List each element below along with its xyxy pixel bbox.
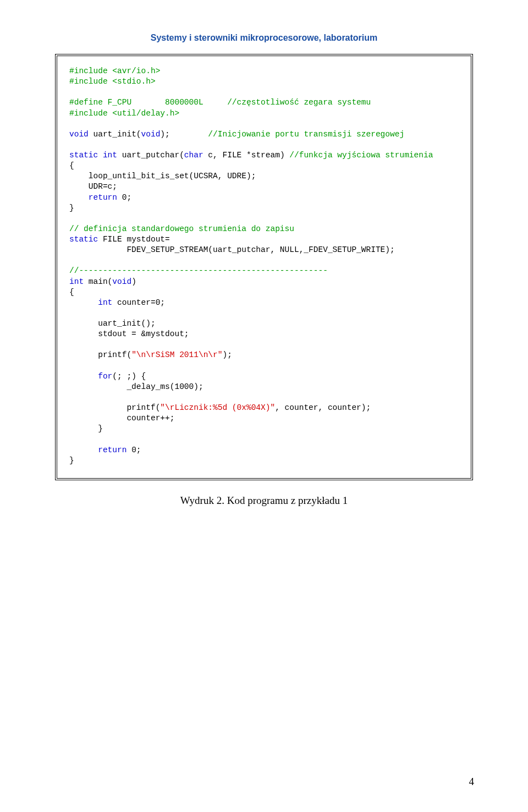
code-listing: #include <avr/io.h> #include <stdio.h> #… bbox=[55, 54, 473, 480]
code-line: } bbox=[69, 204, 74, 212]
code-keyword: return bbox=[98, 446, 127, 454]
code-fragment: FILE mystdout= bbox=[98, 235, 170, 244]
code-keyword: void bbox=[69, 130, 89, 139]
code-line: } bbox=[69, 424, 103, 433]
code-fragment: ); bbox=[222, 350, 232, 359]
code-keyword: return bbox=[89, 193, 117, 202]
code-fragment: printf( bbox=[69, 403, 160, 412]
code-line: _delay_ms(1000); bbox=[69, 382, 204, 391]
code-line: uart_init(); bbox=[69, 319, 156, 328]
document-header: Systemy i sterowniki mikroprocesorowe, l… bbox=[55, 33, 473, 43]
code-line: #include <stdio.h> bbox=[69, 77, 156, 86]
code-keyword: int bbox=[69, 277, 84, 286]
code-comment: //funkcja wyjściowa strumienia bbox=[289, 151, 433, 160]
code-fragment: uart_init( bbox=[89, 130, 141, 139]
code-fragment: counter=0; bbox=[112, 298, 165, 307]
code-fragment bbox=[98, 151, 103, 160]
code-line: counter++; bbox=[69, 414, 174, 423]
code-line: } bbox=[69, 456, 74, 465]
code-keyword: void bbox=[141, 130, 161, 139]
code-comment: //--------------------------------------… bbox=[69, 266, 328, 275]
code-line: { bbox=[69, 288, 74, 297]
code-line: stdout = &mystdout; bbox=[69, 330, 189, 338]
code-comment: //Inicjowanie portu transmisji szeregowe… bbox=[208, 130, 404, 139]
code-keyword: char bbox=[184, 151, 204, 160]
page-container: Systemy i sterowniki mikroprocesorowe, l… bbox=[0, 0, 528, 812]
code-line: { bbox=[69, 161, 74, 170]
code-fragment: printf( bbox=[69, 350, 131, 359]
code-fragment: main( bbox=[84, 277, 112, 286]
code-comment: // definicja standardowego strumienia do… bbox=[69, 224, 294, 233]
code-keyword: static bbox=[69, 151, 98, 160]
code-fragment: #define F_CPU 8000000L bbox=[69, 98, 227, 107]
page-number: 4 bbox=[469, 776, 475, 788]
code-comment: //częstotliwość zegara systemu bbox=[227, 98, 371, 107]
code-line: UDR=c; bbox=[69, 182, 117, 191]
code-fragment: ) bbox=[131, 277, 136, 286]
code-fragment: (; ;) { bbox=[112, 372, 146, 381]
code-keyword: static bbox=[69, 235, 98, 244]
code-string: "\n\rSiSM 2011\n\r" bbox=[131, 350, 222, 359]
code-line: #include <util/delay.h> bbox=[69, 109, 179, 118]
code-line: FDEV_SETUP_STREAM(uart_putchar, NULL,_FD… bbox=[69, 245, 395, 254]
code-keyword: void bbox=[112, 277, 131, 286]
code-keyword: int bbox=[103, 151, 117, 160]
code-fragment bbox=[69, 298, 98, 307]
code-keyword: int bbox=[98, 298, 112, 307]
code-fragment bbox=[69, 193, 89, 202]
listing-caption: Wydruk 2. Kod programu z przykładu 1 bbox=[55, 495, 473, 507]
code-fragment bbox=[69, 372, 98, 381]
code-line: #include <avr/io.h> bbox=[69, 67, 160, 75]
code-fragment: c, FILE *stream) bbox=[204, 151, 290, 160]
code-keyword: for bbox=[98, 372, 112, 381]
code-fragment bbox=[69, 446, 98, 454]
code-line: loop_until_bit_is_set(UCSRA, UDRE); bbox=[69, 172, 256, 180]
code-fragment: uart_putchar( bbox=[117, 151, 184, 160]
code-fragment: , counter, counter); bbox=[275, 403, 371, 412]
code-fragment: 0; bbox=[127, 446, 141, 454]
code-fragment: 0; bbox=[117, 193, 131, 202]
code-string: "\rLicznik:%5d (0x%04X)" bbox=[160, 403, 275, 412]
code-fragment: ); bbox=[160, 130, 208, 139]
